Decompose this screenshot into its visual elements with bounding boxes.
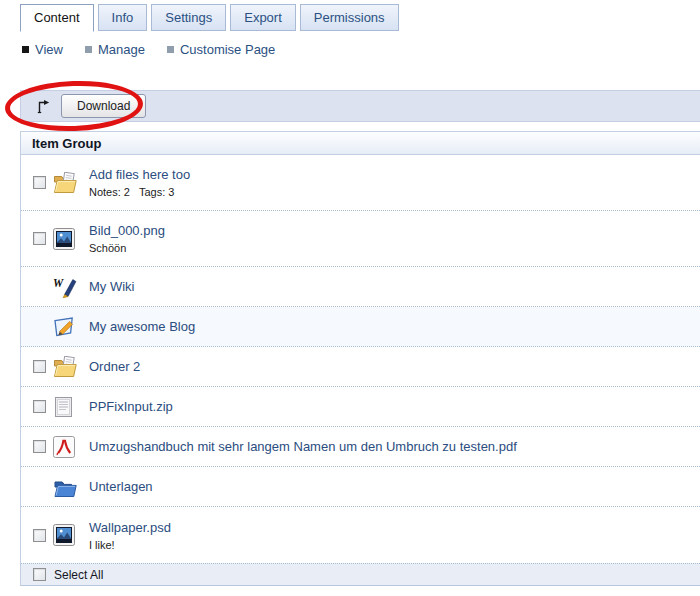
item-row: Ordner 2 (21, 347, 700, 387)
actions-toolbar: Download (20, 90, 700, 122)
tab-export[interactable]: Export (230, 4, 296, 31)
tab-bar: Content Info Settings Export Permissions (20, 4, 700, 31)
folder-yellow-icon[interactable] (53, 356, 89, 378)
item-group-header: Item Group (21, 131, 700, 155)
item-checkbox[interactable] (33, 360, 46, 373)
item-row: My awesome Blog (21, 307, 700, 347)
folder-yellow-icon[interactable] (53, 172, 89, 194)
checkbox-cell (21, 360, 53, 373)
item-checkbox[interactable] (33, 400, 46, 413)
checkbox-cell (21, 232, 53, 245)
tab-settings[interactable]: Settings (151, 4, 226, 31)
text-cell: Bild_000.png Schöön (89, 223, 165, 254)
item-row: W My Wiki (21, 267, 700, 307)
tab-info[interactable]: Info (98, 4, 148, 31)
text-cell: Ordner 2 (89, 359, 140, 374)
subnav-manage-label: Manage (98, 42, 145, 57)
checkbox-cell (21, 176, 53, 189)
checkbox-cell (21, 400, 53, 413)
item-title[interactable]: PPFixInput.zip (89, 399, 173, 414)
item-subtitle: Schöön (89, 242, 165, 254)
select-all-checkbox[interactable] (33, 568, 46, 581)
item-row: Bild_000.png Schöön (21, 211, 700, 267)
select-all-label: Select All (54, 568, 103, 582)
item-title[interactable]: Add files here too (89, 167, 190, 182)
subnav-item-manage[interactable]: Manage (85, 42, 145, 57)
sub-navigation: View Manage Customise Page (22, 42, 700, 57)
checkbox-cell (21, 320, 53, 333)
subnav-customise-label: Customise Page (180, 42, 275, 57)
image-icon[interactable] (53, 524, 89, 546)
item-title[interactable]: Unterlagen (89, 479, 153, 494)
pdf-icon[interactable] (53, 436, 89, 458)
text-cell: PPFixInput.zip (89, 399, 173, 414)
item-subtitle: I like! (89, 539, 171, 551)
tab-content[interactable]: Content (20, 4, 94, 32)
item-group-table: Item Group Add files here too Notes: 2 T… (20, 131, 700, 586)
tab-permissions[interactable]: Permissions (300, 4, 399, 31)
text-cell: Unterlagen (89, 479, 153, 494)
item-row: Umzugshandbuch mit sehr langem Namen um … (21, 427, 700, 467)
item-title[interactable]: Ordner 2 (89, 359, 140, 374)
wiki-icon[interactable]: W (53, 276, 89, 298)
document-icon[interactable] (53, 396, 89, 418)
square-bullet-icon (22, 46, 29, 53)
item-checkbox[interactable] (33, 232, 46, 245)
item-group-title: Item Group (32, 136, 101, 151)
item-title[interactable]: Bild_000.png (89, 223, 165, 238)
item-row: Wallpaper.psd I like! (21, 507, 700, 563)
image-icon[interactable] (53, 228, 89, 250)
item-row: PPFixInput.zip (21, 387, 700, 427)
checkbox-cell (21, 440, 53, 453)
item-checkbox[interactable] (33, 529, 46, 542)
item-title[interactable]: My awesome Blog (89, 319, 195, 334)
item-title[interactable]: Wallpaper.psd (89, 520, 171, 535)
item-title[interactable]: Umzugshandbuch mit sehr langem Namen um … (89, 439, 517, 454)
subnav-view-label: View (35, 42, 63, 57)
square-bullet-icon (85, 46, 92, 53)
item-row: Unterlagen (21, 467, 700, 507)
download-button[interactable]: Download (61, 94, 146, 118)
blog-icon[interactable] (53, 316, 89, 338)
checkbox-cell (21, 480, 53, 493)
text-cell: Add files here too Notes: 2 Tags: 3 (89, 167, 190, 198)
elbow-arrow-icon (36, 99, 51, 114)
item-row: Add files here too Notes: 2 Tags: 3 (21, 155, 700, 211)
item-checkbox[interactable] (33, 176, 46, 189)
text-cell: My Wiki (89, 279, 135, 294)
item-rows: Add files here too Notes: 2 Tags: 3 Bild… (21, 155, 700, 563)
square-bullet-icon (167, 46, 174, 53)
subnav-item-view[interactable]: View (22, 42, 63, 57)
text-cell: Umzugshandbuch mit sehr langem Namen um … (89, 439, 517, 454)
item-title[interactable]: My Wiki (89, 279, 135, 294)
folder-blue-icon[interactable] (53, 476, 89, 498)
text-cell: My awesome Blog (89, 319, 195, 334)
item-subtitle: Notes: 2 Tags: 3 (89, 186, 190, 198)
text-cell: Wallpaper.psd I like! (89, 520, 171, 551)
checkbox-cell (21, 529, 53, 542)
select-all-bar: Select All (21, 563, 700, 585)
checkbox-cell (21, 280, 53, 293)
subnav-item-customise-page[interactable]: Customise Page (167, 42, 275, 57)
svg-text:W: W (53, 276, 64, 288)
item-checkbox[interactable] (33, 440, 46, 453)
